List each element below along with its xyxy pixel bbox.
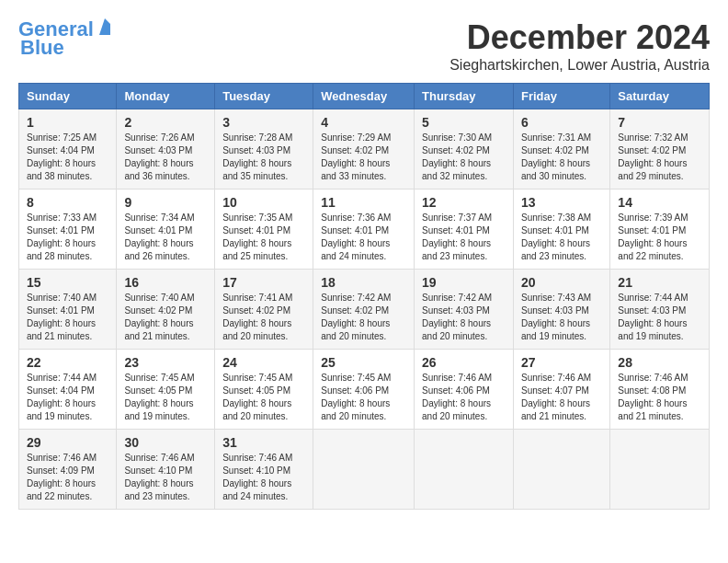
table-row: 25 Sunrise: 7:45 AM Sunset: 4:06 PM Dayl… [313,350,415,430]
day-info: Sunrise: 7:45 AM Sunset: 4:06 PM Dayligh… [321,372,406,423]
day-number: 18 [321,275,406,290]
table-row [415,430,514,510]
day-number: 23 [124,355,207,370]
day-number: 21 [618,275,701,290]
table-row: 3 Sunrise: 7:28 AM Sunset: 4:03 PM Dayli… [215,109,313,190]
table-row: 12 Sunrise: 7:37 AM Sunset: 4:01 PM Dayl… [415,190,514,270]
calendar-week-row: 29 Sunrise: 7:46 AM Sunset: 4:09 PM Dayl… [19,430,710,510]
table-row: 2 Sunrise: 7:26 AM Sunset: 4:03 PM Dayli… [117,109,215,190]
day-info: Sunrise: 7:44 AM Sunset: 4:03 PM Dayligh… [618,292,701,343]
month-title: December 2024 [449,18,710,57]
day-number: 10 [222,195,305,210]
day-info: Sunrise: 7:46 AM Sunset: 4:10 PM Dayligh… [124,452,207,503]
header-friday: Friday [513,84,609,109]
logo-icon [96,18,114,37]
day-info: Sunrise: 7:38 AM Sunset: 4:01 PM Dayligh… [521,212,602,263]
day-info: Sunrise: 7:43 AM Sunset: 4:03 PM Dayligh… [521,292,602,343]
day-number: 12 [422,195,506,210]
day-number: 20 [521,275,602,290]
header-wednesday: Wednesday [313,84,415,109]
page-header: General Blue December 2024 Sieghartskirc… [18,18,710,74]
location-title: Sieghartskirchen, Lower Austria, Austria [449,57,710,74]
svg-marker-0 [99,18,110,35]
day-info: Sunrise: 7:42 AM Sunset: 4:02 PM Dayligh… [321,292,406,343]
day-number: 5 [422,115,506,130]
day-info: Sunrise: 7:26 AM Sunset: 4:03 PM Dayligh… [124,132,207,183]
table-row: 14 Sunrise: 7:39 AM Sunset: 4:01 PM Dayl… [610,190,710,270]
day-info: Sunrise: 7:32 AM Sunset: 4:02 PM Dayligh… [618,132,701,183]
header-monday: Monday [117,84,215,109]
day-info: Sunrise: 7:42 AM Sunset: 4:03 PM Dayligh… [422,292,506,343]
day-info: Sunrise: 7:30 AM Sunset: 4:02 PM Dayligh… [422,132,506,183]
calendar-week-row: 22 Sunrise: 7:44 AM Sunset: 4:04 PM Dayl… [19,350,710,430]
day-number: 13 [521,195,602,210]
day-info: Sunrise: 7:39 AM Sunset: 4:01 PM Dayligh… [618,212,701,263]
table-row: 26 Sunrise: 7:46 AM Sunset: 4:06 PM Dayl… [415,350,514,430]
table-row: 29 Sunrise: 7:46 AM Sunset: 4:09 PM Dayl… [19,430,117,510]
day-info: Sunrise: 7:33 AM Sunset: 4:01 PM Dayligh… [27,212,108,263]
day-info: Sunrise: 7:46 AM Sunset: 4:08 PM Dayligh… [618,372,701,423]
day-info: Sunrise: 7:35 AM Sunset: 4:01 PM Dayligh… [222,212,305,263]
day-number: 27 [521,355,602,370]
table-row: 16 Sunrise: 7:40 AM Sunset: 4:02 PM Dayl… [117,270,215,350]
table-row: 19 Sunrise: 7:42 AM Sunset: 4:03 PM Dayl… [415,270,514,350]
day-number: 30 [124,435,207,450]
table-row: 20 Sunrise: 7:43 AM Sunset: 4:03 PM Dayl… [513,270,609,350]
table-row: 6 Sunrise: 7:31 AM Sunset: 4:02 PM Dayli… [513,109,609,190]
day-info: Sunrise: 7:34 AM Sunset: 4:01 PM Dayligh… [124,212,207,263]
day-info: Sunrise: 7:37 AM Sunset: 4:01 PM Dayligh… [422,212,506,263]
day-info: Sunrise: 7:46 AM Sunset: 4:09 PM Dayligh… [27,452,108,503]
table-row: 7 Sunrise: 7:32 AM Sunset: 4:02 PM Dayli… [610,109,710,190]
table-row: 5 Sunrise: 7:30 AM Sunset: 4:02 PM Dayli… [415,109,514,190]
day-number: 17 [222,275,305,290]
table-row: 21 Sunrise: 7:44 AM Sunset: 4:03 PM Dayl… [610,270,710,350]
table-row: 28 Sunrise: 7:46 AM Sunset: 4:08 PM Dayl… [610,350,710,430]
table-row: 4 Sunrise: 7:29 AM Sunset: 4:02 PM Dayli… [313,109,415,190]
table-row: 31 Sunrise: 7:46 AM Sunset: 4:10 PM Dayl… [215,430,313,510]
table-row [313,430,415,510]
table-row [610,430,710,510]
day-number: 1 [27,115,108,130]
table-row: 17 Sunrise: 7:41 AM Sunset: 4:02 PM Dayl… [215,270,313,350]
table-row: 9 Sunrise: 7:34 AM Sunset: 4:01 PM Dayli… [117,190,215,270]
day-number: 31 [222,435,305,450]
table-row: 15 Sunrise: 7:40 AM Sunset: 4:01 PM Dayl… [19,270,117,350]
calendar-week-row: 15 Sunrise: 7:40 AM Sunset: 4:01 PM Dayl… [19,270,710,350]
day-info: Sunrise: 7:36 AM Sunset: 4:01 PM Dayligh… [321,212,406,263]
day-number: 28 [618,355,701,370]
calendar-table: Sunday Monday Tuesday Wednesday Thursday… [18,83,710,510]
table-row [513,430,609,510]
day-number: 3 [222,115,305,130]
header-tuesday: Tuesday [215,84,313,109]
header-sunday: Sunday [19,84,117,109]
day-number: 24 [222,355,305,370]
calendar-week-row: 1 Sunrise: 7:25 AM Sunset: 4:04 PM Dayli… [19,109,710,190]
day-info: Sunrise: 7:28 AM Sunset: 4:03 PM Dayligh… [222,132,305,183]
day-number: 11 [321,195,406,210]
table-row: 8 Sunrise: 7:33 AM Sunset: 4:01 PM Dayli… [19,190,117,270]
logo: General Blue [18,18,114,59]
day-number: 4 [321,115,406,130]
day-number: 14 [618,195,701,210]
day-number: 25 [321,355,406,370]
table-row: 24 Sunrise: 7:45 AM Sunset: 4:05 PM Dayl… [215,350,313,430]
day-info: Sunrise: 7:25 AM Sunset: 4:04 PM Dayligh… [27,132,108,183]
logo-blue-text: Blue [20,37,64,59]
day-info: Sunrise: 7:44 AM Sunset: 4:04 PM Dayligh… [27,372,108,423]
day-number: 19 [422,275,506,290]
day-number: 8 [27,195,108,210]
day-info: Sunrise: 7:45 AM Sunset: 4:05 PM Dayligh… [124,372,207,423]
table-row: 22 Sunrise: 7:44 AM Sunset: 4:04 PM Dayl… [19,350,117,430]
day-info: Sunrise: 7:46 AM Sunset: 4:06 PM Dayligh… [422,372,506,423]
header-thursday: Thursday [415,84,514,109]
day-number: 9 [124,195,207,210]
table-row: 27 Sunrise: 7:46 AM Sunset: 4:07 PM Dayl… [513,350,609,430]
day-info: Sunrise: 7:46 AM Sunset: 4:10 PM Dayligh… [222,452,305,503]
title-section: December 2024 Sieghartskirchen, Lower Au… [449,18,710,74]
table-row: 13 Sunrise: 7:38 AM Sunset: 4:01 PM Dayl… [513,190,609,270]
day-number: 6 [521,115,602,130]
day-info: Sunrise: 7:29 AM Sunset: 4:02 PM Dayligh… [321,132,406,183]
calendar-header-row: Sunday Monday Tuesday Wednesday Thursday… [19,84,710,109]
table-row: 10 Sunrise: 7:35 AM Sunset: 4:01 PM Dayl… [215,190,313,270]
table-row: 11 Sunrise: 7:36 AM Sunset: 4:01 PM Dayl… [313,190,415,270]
